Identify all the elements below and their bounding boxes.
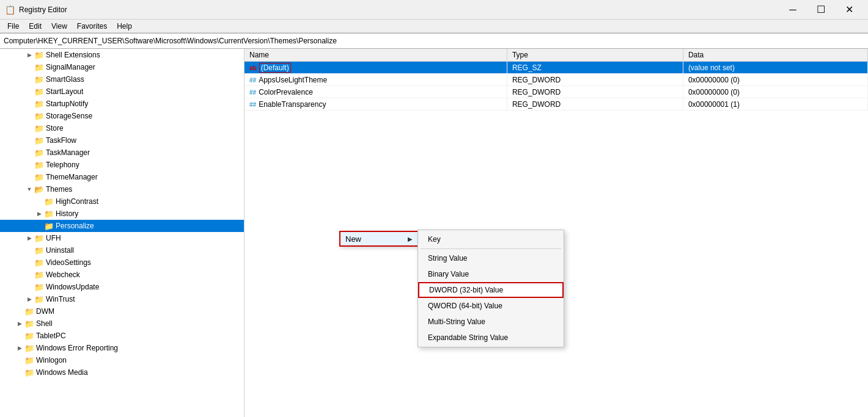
tree-item[interactable]: 📁SmartGlass [0,73,244,85]
tree-label: UFH [46,234,61,242]
tree-label: Themes [46,185,72,194]
tree-item[interactable]: ▶📁Shell [0,317,244,330]
tree-label: SignalManager [46,63,95,71]
tree-expand-icon: ▶ [24,296,34,302]
menu-item-view[interactable]: View [46,21,72,32]
tree-item[interactable]: 📁SignalManager [0,61,244,73]
submenu-item[interactable]: QWORD (64-bit) Value [418,298,564,314]
tree-label: VideoSettings [46,258,91,267]
folder-icon: 📁 [34,100,44,108]
tree-item[interactable]: 📁HighContrast [0,195,244,208]
folder-icon: 📁 [24,332,34,340]
submenu-item[interactable]: DWORD (32-bit) Value [418,282,564,298]
menu-item-file[interactable]: File [2,21,24,32]
tree-item[interactable]: ▶📁History [0,208,244,220]
tree-label: TaskFlow [46,136,76,145]
new-submenu: KeyString ValueBinary ValueDWORD (32-bit… [417,230,564,347]
title-bar: 📋 Registry Editor ─ ☐ ✕ [0,0,868,20]
tree-label: Winlogon [36,356,67,364]
tree-item[interactable]: 📁Winlogon [0,354,244,366]
folder-icon: 📁 [34,124,44,132]
folder-icon: 📁 [34,234,44,242]
tree-label: HighContrast [56,197,98,206]
tree-label: DWM [36,307,54,316]
submenu-item[interactable]: Binary Value [418,266,564,282]
tree-expand-icon: ▶ [34,211,44,217]
tree-label: TaskManager [46,148,90,157]
new-button[interactable]: New ▶ [339,231,419,247]
tree-label: History [56,209,78,218]
folder-icon: 📁 [24,356,34,364]
tree-expand-icon: ▶ [24,235,34,241]
folder-icon: 📁 [44,222,54,230]
folder-icon: 📁 [24,307,34,316]
folder-icon: 📁 [34,258,44,267]
tree-item[interactable]: 📁Webcheck [0,269,244,281]
tree-label: Uninstall [46,246,74,255]
maximize-button[interactable]: ☐ [807,0,835,20]
folder-icon: 📁 [24,319,34,328]
tree-item[interactable]: 📁TaskFlow [0,134,244,147]
tree-item[interactable]: 📁Windows Media [0,366,244,379]
folder-icon: 📁 [34,246,44,255]
menu-item-favorites[interactable]: Favorites [72,21,112,32]
tree-item[interactable]: ▶📁Shell Extensions [0,49,244,61]
tree-item[interactable]: 📁TabletPC [0,330,244,342]
tree-label: Telephony [46,161,79,169]
minimize-button[interactable]: ─ [779,0,807,20]
tree-expand-icon: ▶ [15,345,24,351]
folder-icon: 📁 [34,51,44,59]
tree-item[interactable]: 📁VideoSettings [0,256,244,269]
tree-label: Windows Error Reporting [36,344,118,352]
tree-item[interactable]: 📁WindowsUpdate [0,281,244,293]
tree-item[interactable]: 📁Store [0,122,244,134]
tree-item[interactable]: ▼📂Themes [0,183,244,195]
tree-item[interactable]: 📁StartupNotify [0,98,244,110]
app-icon: 📋 [5,5,15,15]
sidebar-tree: ▶📁Shell Extensions📁SignalManager📁SmartGl… [0,49,245,417]
tree-label: Windows Media [36,368,88,377]
tree-label: StartLayout [46,87,83,96]
folder-icon: 📂 [34,185,44,194]
tree-item[interactable]: 📁Uninstall [0,244,244,256]
tree-item[interactable]: ▶📁Windows Error Reporting [0,342,244,354]
folder-icon: 📁 [34,112,44,120]
folder-icon: 📁 [34,63,44,71]
tree-item[interactable]: 📁DWM [0,305,244,317]
address-bar: Computer\HKEY_CURRENT_USER\Software\Micr… [0,33,868,49]
tree-label: Shell [36,319,53,328]
tree-label: SmartGlass [46,75,84,84]
menu-item-edit[interactable]: Edit [24,21,46,32]
close-button[interactable]: ✕ [835,0,863,20]
tree-item[interactable]: 📁StorageSense [0,110,244,122]
tree-expand-icon: ▶ [15,321,24,327]
tree-label: Webcheck [46,270,80,279]
tree-item[interactable]: 📁ThemeManager [0,171,244,183]
context-menu-overlay: New ▶ KeyString ValueBinary ValueDWORD (… [245,49,868,417]
tree-item[interactable]: 📁Personalize [0,220,244,232]
folder-icon: 📁 [34,295,44,303]
submenu-item[interactable]: Expandable String Value [418,330,564,346]
submenu-item[interactable]: Key [418,231,564,247]
tree-item[interactable]: 📁StartLayout [0,85,244,98]
submenu-item[interactable]: Multi-String Value [418,314,564,330]
tree-item[interactable]: 📁Telephony [0,159,244,171]
title-bar-left: 📋 Registry Editor [5,5,67,15]
tree-item[interactable]: ▶📁UFH [0,232,244,244]
tree-label: StartupNotify [46,100,88,108]
tree-item[interactable]: 📁TaskManager [0,147,244,159]
menu-item-help[interactable]: Help [112,21,137,32]
folder-icon: 📁 [34,283,44,291]
folder-icon: 📁 [34,173,44,181]
folder-icon: 📁 [34,75,44,84]
main-area: ▶📁Shell Extensions📁SignalManager📁SmartGl… [0,49,868,417]
right-pane: Name Type Data ab(Default)REG_SZ(value n… [245,49,868,417]
tree-item[interactable]: ▶📁WinTrust [0,293,244,305]
new-arrow: ▶ [408,236,413,242]
menu-bar: FileEditViewFavoritesHelp [0,20,868,33]
folder-icon: 📁 [44,209,54,218]
submenu-separator [421,248,561,249]
tree-expand-icon: ▼ [24,186,34,192]
submenu-item[interactable]: String Value [418,250,564,266]
tree-label: Store [46,124,64,132]
